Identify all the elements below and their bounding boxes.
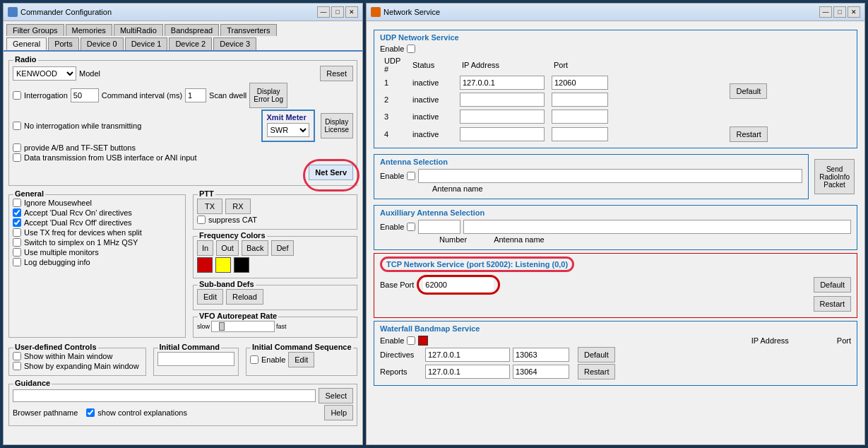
accept-dual-off-checkbox[interactable] [13, 218, 21, 227]
network-title: Network Service [384, 8, 816, 16]
xmit-meter-select[interactable]: SWR [267, 123, 309, 137]
waterfall-enable-checkbox[interactable] [407, 336, 415, 345]
browser-pathname-label: Browser pathname [13, 408, 78, 417]
tab-device1[interactable]: Device 1 [125, 37, 168, 50]
tab-memories[interactable]: Memories [66, 24, 112, 36]
udp-row3-ip-input[interactable] [460, 110, 545, 124]
log-debugging-checkbox[interactable] [13, 258, 21, 266]
waterfall-enable-row: Enable IP Address Port [380, 336, 851, 346]
network-close-btn[interactable]: ✕ [848, 6, 860, 18]
log-debugging-row: Log debugging info [13, 258, 182, 266]
rx-button[interactable]: RX [225, 199, 251, 214]
waterfall-restart-button[interactable]: Restart [578, 364, 615, 379]
udp-enable-checkbox[interactable] [407, 45, 415, 53]
aux-enable-checkbox[interactable] [407, 223, 415, 231]
tab-multiradio[interactable]: MultiRadio [114, 24, 163, 36]
udp-row4-ip-input[interactable] [460, 127, 545, 141]
color-swatch-red[interactable] [197, 257, 213, 273]
tab-bandspread[interactable]: Bandspread [165, 24, 219, 36]
tab-filter-groups[interactable]: Filter Groups [6, 24, 64, 36]
reports-port-input[interactable] [513, 365, 569, 379]
show-main-checkbox[interactable] [13, 352, 21, 360]
tab-device2[interactable]: Device 2 [169, 37, 212, 50]
initial-command-input[interactable] [157, 352, 235, 366]
use-multiple-checkbox[interactable] [13, 248, 21, 257]
accept-dual-on-checkbox[interactable] [13, 208, 21, 217]
tab-transverters[interactable]: Transverters [220, 24, 276, 36]
display-license-button[interactable]: DisplayLicense [321, 113, 353, 138]
ignore-mousewheel-checkbox[interactable] [13, 199, 21, 207]
tab-device3[interactable]: Device 3 [213, 37, 256, 50]
commander-maximize-btn[interactable]: □ [331, 6, 344, 18]
switch-simplex-checkbox[interactable] [13, 238, 21, 247]
udp-row2-ip-input[interactable] [460, 93, 545, 107]
show-expanding-checkbox[interactable] [13, 362, 21, 370]
directives-port-input[interactable] [513, 348, 569, 362]
udp-row2-port-cell [549, 91, 727, 108]
show-control-checkbox[interactable] [86, 408, 95, 417]
udp-section: UDP Network Service Enable UDP # Status … [374, 30, 857, 148]
reset-button[interactable]: Reset [320, 66, 353, 81]
tcp-default-button[interactable]: Default [814, 277, 851, 293]
tx-button[interactable]: TX [197, 199, 222, 214]
back-button[interactable]: Back [242, 240, 268, 256]
subband-edit-button[interactable]: Edit [197, 289, 223, 305]
aux-antenna-name-input[interactable] [463, 220, 851, 234]
def-button[interactable]: Def [271, 240, 293, 256]
guidance-select-button[interactable]: Select [319, 388, 353, 403]
suppress-cat-checkbox[interactable] [197, 216, 206, 224]
antenna-enable-checkbox[interactable] [407, 172, 415, 180]
commander-title: Commander Configuration [20, 8, 314, 16]
send-radio-info-button[interactable]: SendRadioInfoPacket [814, 159, 855, 194]
udp-row1-ip-input[interactable] [460, 76, 545, 90]
init-seq-enable-checkbox[interactable] [250, 355, 258, 364]
commander-minimize-btn[interactable]: — [317, 6, 330, 18]
tcp-base-port-input[interactable] [423, 278, 494, 292]
directives-ip-input[interactable] [425, 348, 510, 362]
vfo-slider-row: slow fast [197, 321, 353, 332]
tab-general[interactable]: General [6, 37, 47, 50]
data-trans-row: Data transmission from USB interface or … [13, 153, 353, 162]
udp-col-num-header: UDP # [380, 56, 408, 74]
antenna-name-input[interactable] [418, 169, 802, 183]
display-error-log-button[interactable]: DisplayError Log [249, 83, 287, 108]
init-seq-edit-button[interactable]: Edit [288, 352, 314, 367]
commander-close-btn[interactable]: ✕ [345, 6, 358, 18]
udp-row1-port-input[interactable] [552, 76, 608, 90]
reports-ip-input[interactable] [425, 365, 510, 379]
interrogation-checkbox[interactable] [13, 91, 21, 100]
ab-tfset-checkbox[interactable] [13, 143, 21, 152]
tcp-base-port-label: Base Port [380, 281, 414, 289]
subband-reload-button[interactable]: Reload [226, 289, 263, 305]
udp-row4-port-input[interactable] [552, 127, 608, 141]
aux-enable-label: Enable [380, 223, 404, 231]
udp-row2-port-input[interactable] [552, 93, 608, 107]
net-serv-button[interactable]: Net Serv [309, 165, 353, 180]
tcp-restart-button[interactable]: Restart [814, 296, 851, 312]
data-trans-label: Data transmission from USB interface or … [24, 153, 197, 162]
use-tx-freq-checkbox[interactable] [13, 228, 21, 237]
in-button[interactable]: In [197, 240, 213, 256]
no-interrogation-checkbox[interactable] [13, 122, 21, 130]
udp-row3-port-input[interactable] [552, 110, 608, 124]
udp-restart-button[interactable]: Restart [730, 126, 767, 142]
vfo-slider-track[interactable] [211, 321, 275, 332]
tab-device0[interactable]: Device 0 [81, 37, 124, 50]
color-swatch-yellow[interactable] [215, 257, 231, 273]
network-minimize-btn[interactable]: — [819, 6, 832, 18]
color-swatch-black[interactable] [234, 257, 249, 273]
data-trans-checkbox[interactable] [13, 153, 21, 162]
aux-number-input[interactable] [418, 220, 460, 234]
waterfall-default-button[interactable]: Default [578, 347, 615, 362]
network-restore-btn[interactable]: □ [833, 6, 846, 18]
help-button[interactable]: Help [324, 405, 353, 420]
bottom-sections: General Ignore Mousewheel Accept 'Dual R… [6, 189, 359, 340]
command-interval-input[interactable] [71, 88, 99, 102]
tab-ports[interactable]: Ports [48, 37, 79, 50]
udp-default-button[interactable]: Default [730, 83, 767, 99]
scan-dwell-input[interactable] [185, 88, 206, 102]
out-button[interactable]: Out [216, 240, 239, 256]
commander-tabs-row1: Filter Groups Memories MultiRadio Bandsp… [4, 21, 362, 36]
udp-row-3: 3 inactive [380, 108, 851, 125]
model-select[interactable]: KENWOOD [13, 66, 76, 81]
